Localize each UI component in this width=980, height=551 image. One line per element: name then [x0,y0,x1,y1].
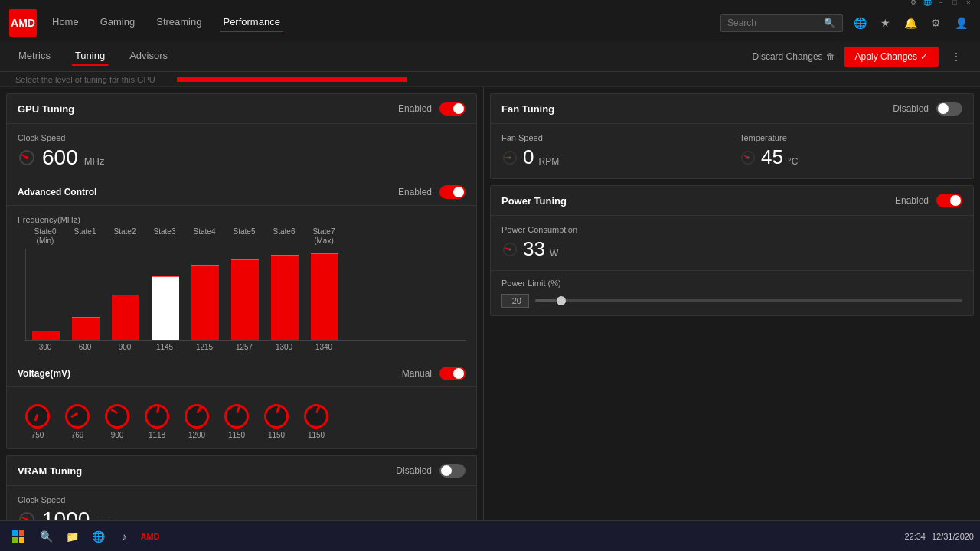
nav-item-home[interactable]: Home [49,13,82,32]
state-label-7: State7(Max) [304,227,344,249]
bar-1[interactable] [72,317,100,340]
bar-3[interactable] [152,276,179,340]
knob-4[interactable] [185,404,209,429]
taskbar-right: 22:34 12/31/2020 [904,532,974,541]
svg-point-7 [746,156,750,159]
power-limit-track[interactable] [535,299,962,302]
minimize-button[interactable]: − [936,0,946,8]
knob-val-5: 1150 [228,431,245,439]
bar-col-6[interactable] [265,249,305,340]
gear-icon[interactable]: ⚙ [928,14,944,32]
gpu-tuning-header: GPU Tuning Enabled [7,94,476,124]
fan-speed-item: Fan Speed 0 RPM [501,133,724,169]
bar-5[interactable] [231,259,259,340]
vram-tuning-toggle[interactable] [439,464,466,478]
apply-changes-button[interactable]: Apply Changes ✓ [844,47,939,67]
vram-tuning-controls: Disabled [396,464,466,478]
network-icon[interactable]: 🌐 [922,0,933,8]
settings-icon[interactable]: ⚙ [908,0,919,8]
bar-val-1: 600 [65,343,105,351]
more-options-icon[interactable]: ⋮ [948,47,965,66]
taskbar-amd[interactable]: AMD [139,526,161,547]
bar-col-5[interactable] [225,249,265,340]
account-icon[interactable]: 👤 [952,14,971,32]
fan-tuning-status: Disabled [893,103,929,114]
bar-2[interactable] [112,295,139,341]
discard-changes-button[interactable]: Discard Changes 🗑 [753,51,835,62]
state-label-0: State0(Min) [25,227,65,249]
bar-col-0[interactable] [26,249,66,340]
advanced-control-controls: Enabled [398,185,466,199]
bar-7[interactable] [311,253,338,340]
bar-col-1[interactable] [66,249,106,340]
search-box[interactable]: 🔍 [720,14,843,32]
voltage-header: Voltage(mV) Manual [7,360,476,387]
start-button[interactable] [6,524,31,549]
clock-speed-gauge [18,148,36,167]
temperature-unit: °C [788,156,798,167]
bar-col-3[interactable] [145,249,185,340]
knob-2[interactable] [105,404,129,429]
bar-col-4[interactable] [185,249,225,340]
tab-advisors[interactable]: Advisors [126,47,171,66]
knob-1[interactable] [65,404,90,429]
state-label-5: State5 [224,227,264,249]
power-limit-thumb[interactable] [557,296,566,305]
knob-3[interactable] [145,404,169,429]
power-tuning-status: Enabled [895,195,929,206]
vram-tuning-title: VRAM Tuning [18,465,82,477]
knob-6[interactable] [264,404,289,429]
frequency-chart: State0(Min) State1 State2 State3 State4 … [18,227,466,351]
nav-item-gaming[interactable]: Gaming [97,13,139,32]
search-input[interactable] [727,18,819,28]
bar-6[interactable] [271,255,299,340]
star-icon[interactable]: ★ [877,14,893,32]
bell-icon[interactable]: 🔔 [901,14,920,32]
close-button[interactable]: × [963,0,974,8]
svg-rect-10 [12,530,18,536]
tab-tuning[interactable]: Tuning [72,47,108,66]
bar-val-5: 1257 [224,343,264,351]
bar-col-2[interactable] [106,249,145,340]
bar-col-7[interactable] [305,249,345,340]
fan-tuning-toggle[interactable] [936,102,962,116]
taskbar-search[interactable]: 🔍 [35,526,57,547]
maximize-button[interactable]: □ [949,0,960,8]
knob-5[interactable] [224,404,249,429]
advanced-control-status: Enabled [398,187,432,197]
taskbar-music[interactable]: ♪ [113,526,135,547]
power-limit-label: Power Limit (%) [501,279,962,288]
fan-tuning-title: Fan Tuning [501,103,554,115]
power-tuning-controls: Enabled [895,194,962,207]
power-tuning-header: Power Tuning Enabled [491,186,973,216]
bar-4[interactable] [191,265,219,340]
taskbar-explorer[interactable]: 📁 [61,526,83,547]
advanced-control-title: Advanced Control [18,187,96,197]
gpu-tuning-toggle[interactable] [439,102,466,116]
voltage-toggle[interactable] [439,367,466,380]
nav-item-performance[interactable]: Performance [220,13,283,32]
gpu-tuning-card: GPU Tuning Enabled Clock Speed 600 MHz [6,93,477,449]
advanced-control-toggle[interactable] [439,185,466,199]
left-panel: GPU Tuning Enabled Clock Speed 600 MHz [0,87,484,540]
vram-tuning-header: VRAM Tuning Disabled [7,456,476,486]
frequency-label: Frequency(MHz) [18,215,466,224]
power-limit-fill [535,299,557,302]
knob-7[interactable] [304,404,328,429]
tuning-level-bar[interactable] [177,77,407,82]
nav-item-streaming[interactable]: Streaming [153,13,204,32]
voltage-body: 750 769 900 1118 [7,387,476,448]
fan-metrics-row: Fan Speed 0 RPM Temperature [491,124,973,178]
taskbar: 🔍 📁 🌐 ♪ AMD 22:34 12/31/2020 [0,520,980,551]
power-tuning-toggle[interactable] [936,194,962,207]
bar-0[interactable] [32,331,60,340]
globe-icon[interactable]: 🌐 [851,14,870,32]
fan-speed-value-row: 0 RPM [501,145,724,169]
power-consumption-unit: W [550,248,558,259]
svg-rect-11 [19,530,24,536]
fan-speed-value: 0 [523,145,534,169]
knob-0[interactable] [25,404,50,429]
temperature-value: 45 [761,145,783,169]
taskbar-browser[interactable]: 🌐 [87,526,109,547]
tab-metrics[interactable]: Metrics [15,47,54,66]
